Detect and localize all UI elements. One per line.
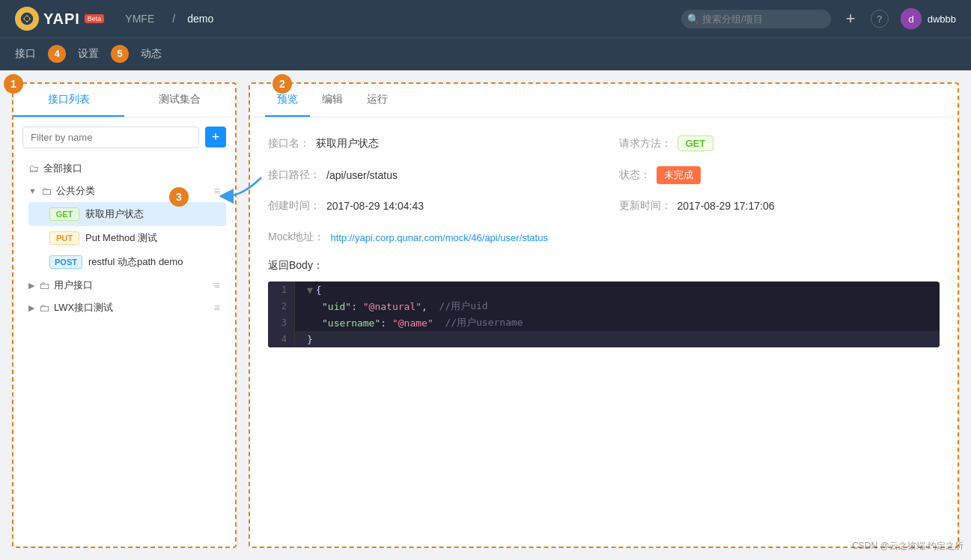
subnav-item-shezhi[interactable]: 4 设置 [54, 38, 99, 71]
badge-4: 4 [48, 45, 66, 63]
badge-2: 2 [273, 74, 292, 94]
group-menu-icon[interactable]: ≡ [214, 185, 220, 197]
breadcrumb-org: YMFE [125, 13, 154, 25]
api-item-post-restful[interactable]: POST restful 动态path demo [28, 250, 226, 274]
line-content-1: ▼ { [295, 281, 940, 298]
expand-icon-lwx: ▶ [28, 303, 34, 313]
search-wrapper: 🔍 [681, 10, 831, 28]
svg-point-1 [25, 16, 29, 21]
collapse-btn-1[interactable]: ▼ [307, 284, 313, 296]
content-body: 接口名： 获取用户状态 请求方法： GET 接口路径： /api/user/st… [250, 118, 958, 365]
add-api-button[interactable]: + [205, 127, 226, 147]
method-label: 请求方法： [619, 137, 672, 150]
right-panel: 2 预览 编辑 运行 接口名： [249, 82, 959, 548]
folder-icon-public: 🗀 [41, 185, 52, 197]
method-get-badge: GET [49, 207, 79, 221]
api-list-public: GET 获取用户状态 PUT Put Method 测试 POST restfu… [22, 202, 226, 274]
created-value: 2017-08-29 14:04:43 [326, 200, 424, 212]
code-line-3: 3 "username": "@name" //用户username [268, 314, 940, 331]
return-body-section: 返回Body： 1 ▼ { 2 "uid": "@natural", // [268, 259, 940, 347]
line-num-2: 2 [268, 298, 295, 314]
line-num-1: 1 [268, 281, 295, 298]
plus-icon[interactable]: + [843, 6, 859, 31]
mock-row: Mock地址： http://yapi.corp.qunar.com/mock/… [268, 231, 940, 244]
created-label: 创建时间： [268, 199, 320, 213]
folder-icon-user: 🗀 [39, 279, 49, 291]
path-label: 接口路径： [268, 168, 320, 182]
api-name-get-user-status: 获取用户状态 [85, 207, 144, 221]
mock-link[interactable]: http://yapi.corp.qunar.com/mock/46/api/u… [330, 232, 547, 243]
comment-username: //用户username [433, 316, 523, 329]
subnav-item-jiekou[interactable]: 接口 [15, 38, 36, 71]
lwx-group-label: LWX接口测试 [54, 301, 113, 314]
logo-text: YAPI [43, 10, 80, 28]
code-block: 1 ▼ { 2 "uid": "@natural", //用户uid [268, 281, 940, 347]
tree-item-all-apis[interactable]: 🗂 全部接口 [22, 157, 226, 180]
user-group-menu-icon[interactable]: ≡ [214, 279, 220, 291]
username: dwbbb [928, 13, 956, 25]
breadcrumb-project: demo [187, 13, 213, 25]
code-line-4: 4 } [268, 331, 940, 347]
api-name-post-restful: restful 动态path demo [88, 255, 183, 269]
code-line-1: 1 ▼ { [268, 281, 940, 298]
tab-run[interactable]: 运行 [355, 84, 400, 117]
filter-input[interactable] [22, 127, 199, 148]
tree-item-user-group[interactable]: ▶ 🗀 用户接口 ≡ [22, 274, 226, 296]
info-row-method: 请求方法： GET [619, 136, 940, 151]
api-item-get-user-status[interactable]: GET 获取用户状态 [28, 202, 226, 226]
line-content-2: "uid": "@natural", //用户uid [295, 298, 940, 314]
method-post-badge: POST [49, 255, 82, 269]
tab-test-collection[interactable]: 测试集合 [124, 84, 235, 117]
subnav-label-jiekou: 接口 [15, 47, 36, 59]
public-group-label: 公共分类 [56, 184, 95, 198]
content-tabs: 预览 编辑 运行 [250, 84, 958, 118]
expand-icon-user: ▶ [28, 281, 34, 290]
badge-3: 3 [169, 187, 189, 207]
beta-badge: Beta [85, 14, 105, 23]
code-line-2: 2 "uid": "@natural", //用户uid [268, 298, 940, 314]
tab-edit[interactable]: 编辑 [310, 84, 355, 117]
folder-icon-lwx: 🗀 [39, 302, 49, 314]
badge-1: 1 [4, 74, 23, 94]
panel-tabs: 接口列表 测试集合 [13, 84, 235, 118]
return-body-label: 返回Body： [268, 259, 940, 273]
info-row-status: 状态： 未完成 [619, 166, 940, 184]
path-value: /api/user/status [326, 169, 398, 181]
badge-5: 5 [111, 45, 129, 63]
tree-item-lwx-group[interactable]: ▶ 🗀 LWX接口测试 ≡ [22, 296, 226, 319]
info-row-created: 创建时间： 2017-08-29 14:04:43 [268, 199, 589, 213]
subnav-item-dongtai[interactable]: 5 动态 [117, 38, 162, 71]
subnav: 接口 4 设置 5 动态 [0, 37, 971, 70]
left-panel: 1 3 接口列表 测试集合 + 🗂 全部接口 ▼ 🗀 [12, 82, 237, 548]
help-icon[interactable]: ? [871, 10, 889, 28]
search-icon: 🔍 [687, 13, 699, 25]
api-name-put-method: Put Method 测试 [85, 231, 157, 245]
folder-icon-all: 🗂 [28, 162, 39, 174]
method-value: GET [678, 136, 714, 151]
logo-icon [15, 7, 39, 31]
panel-body: + 🗂 全部接口 ▼ 🗀 公共分类 ≡ GET 获取用户状态 PUT [13, 118, 235, 328]
header: YAPIBeta YMFE / demo 🔍 + ? d dwbbb [0, 0, 971, 37]
line-num-3: 3 [268, 314, 295, 331]
status-badge: 未完成 [657, 166, 701, 184]
svg-text:d: d [908, 13, 913, 25]
info-row-path: 接口路径： /api/user/status [268, 166, 589, 184]
tab-api-list[interactable]: 接口列表 [13, 84, 124, 117]
info-row-api-name: 接口名： 获取用户状态 [268, 136, 589, 151]
tree-item-public-group[interactable]: ▼ 🗀 公共分类 ≡ [22, 180, 226, 202]
all-apis-label: 全部接口 [43, 162, 82, 175]
subnav-label-shezhi: 设置 [78, 47, 99, 59]
updated-value: 2017-08-29 17:17:06 [678, 200, 775, 212]
user-avatar-area[interactable]: d dwbbb [901, 8, 956, 29]
expand-icon-public: ▼ [28, 186, 37, 195]
breadcrumb-sep: / [172, 13, 175, 25]
lwx-group-menu-icon[interactable]: ≡ [214, 302, 220, 314]
filter-row: + [22, 127, 226, 148]
info-grid: 接口名： 获取用户状态 请求方法： GET 接口路径： /api/user/st… [268, 136, 940, 213]
comment-uid: //用户uid [427, 299, 488, 313]
line-content-4: } [295, 331, 940, 347]
main-area: 1 3 接口列表 测试集合 + 🗂 全部接口 ▼ 🗀 [0, 70, 971, 560]
search-input[interactable] [681, 10, 831, 28]
api-name-value: 获取用户状态 [316, 137, 379, 150]
api-item-put-method[interactable]: PUT Put Method 测试 [28, 226, 226, 250]
